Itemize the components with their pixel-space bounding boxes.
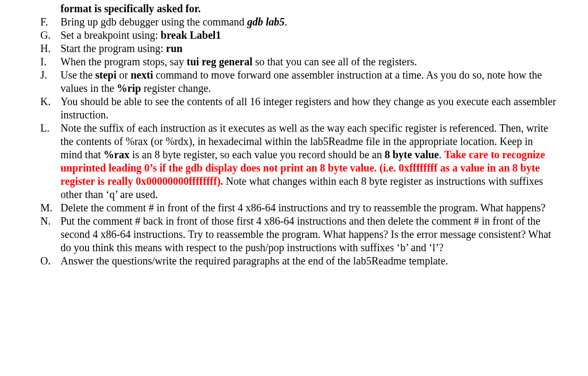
emph: 8 byte value	[385, 149, 439, 160]
marker-K: K.	[21, 95, 60, 108]
item-L: L. Note the suffix of each instruction a…	[21, 122, 556, 201]
item-K: K. You should be able to see the content…	[21, 95, 556, 122]
content-M: Delete the comment # in front of the fir…	[60, 201, 556, 215]
content-J: Use the stepi or nexti command to move f…	[60, 69, 556, 95]
continuation-text: format is specifically asked for.	[60, 3, 201, 14]
text: register change.	[141, 82, 211, 94]
command: break Label1	[161, 29, 221, 41]
content-I: When the program stops, say tui reg gene…	[60, 55, 556, 69]
register: %rax	[103, 149, 129, 160]
command: nexti	[131, 69, 153, 81]
marker-L: L.	[21, 122, 60, 135]
marker-O: O.	[21, 254, 60, 268]
content-O: Answer the questions/write the required …	[60, 254, 556, 268]
item-J: J. Use the stepi or nexti command to mov…	[21, 69, 556, 95]
text: .	[284, 16, 287, 28]
text: so that you can see all of the registers…	[253, 56, 417, 67]
command: run	[166, 42, 183, 54]
command: tui reg general	[187, 56, 253, 67]
item-F: F. Bring up gdb debugger using the comma…	[21, 15, 556, 29]
item-N: N. Put the comment # back in front of th…	[21, 215, 556, 254]
text: Use the	[60, 69, 96, 81]
text: .	[439, 149, 444, 160]
instruction-list: F. Bring up gdb debugger using the comma…	[21, 15, 556, 268]
content-H: Start the program using: run	[60, 42, 556, 55]
command: gdb lab5	[247, 16, 285, 28]
text: When the program stops, say	[60, 56, 187, 67]
document-page: format is specifically asked for. F. Bri…	[0, 0, 588, 268]
item-M: M. Delete the comment # in front of the …	[21, 201, 556, 215]
item-O: O. Answer the questions/write the requir…	[21, 254, 556, 268]
marker-N: N.	[21, 215, 60, 228]
text: Start the program using:	[60, 42, 166, 54]
marker-I: I.	[21, 55, 60, 69]
marker-M: M.	[21, 201, 60, 215]
continuation-line: format is specifically asked for.	[21, 2, 556, 15]
item-G: G. Set a breakpoint using: break Label1	[21, 29, 556, 42]
marker-H: H.	[21, 42, 60, 55]
register: %rip	[117, 82, 141, 94]
content-L: Note the suffix of each instruction as i…	[60, 122, 556, 201]
marker-G: G.	[21, 29, 60, 42]
text: or	[117, 69, 131, 81]
content-K: You should be able to see the contents o…	[60, 95, 556, 122]
content-N: Put the comment # back in front of those…	[60, 215, 556, 254]
marker-F: F.	[21, 15, 60, 29]
text: is an 8 byte register, so each value you…	[129, 149, 385, 160]
item-I: I. When the program stops, say tui reg g…	[21, 55, 556, 69]
item-H: H. Start the program using: run	[21, 42, 556, 55]
content-G: Set a breakpoint using: break Label1	[60, 29, 556, 42]
command: stepi	[96, 69, 117, 81]
content-F: Bring up gdb debugger using the command …	[60, 15, 556, 29]
marker-J: J.	[21, 69, 60, 82]
text: Bring up gdb debugger using the command	[60, 16, 247, 28]
text: Set a breakpoint using:	[60, 29, 161, 41]
